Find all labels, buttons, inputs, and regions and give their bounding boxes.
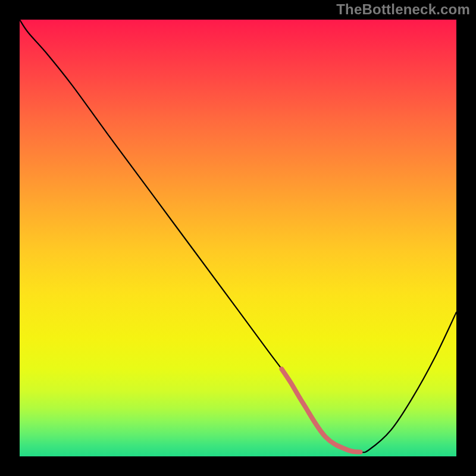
main-curve <box>20 20 456 452</box>
curve-layer <box>20 20 456 456</box>
flat-bottom-highlight <box>281 369 360 452</box>
chart-frame: TheBottleneck.com <box>0 0 476 476</box>
watermark-text: TheBottleneck.com <box>336 1 470 18</box>
plot-area <box>20 20 456 456</box>
